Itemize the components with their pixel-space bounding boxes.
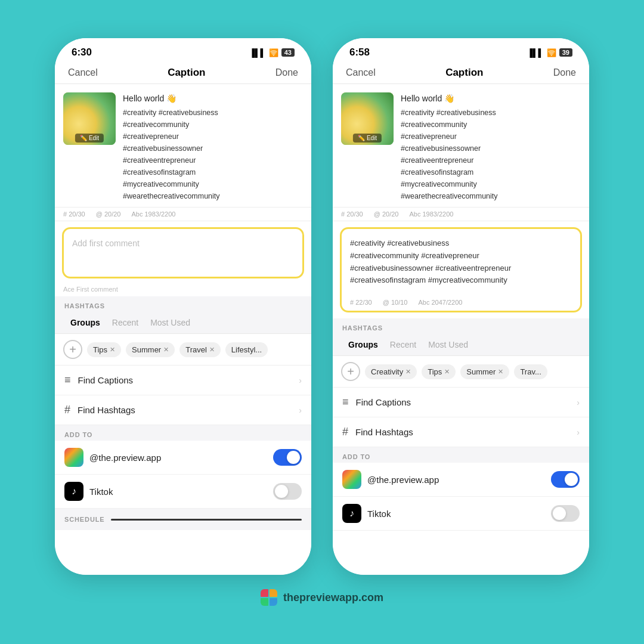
tab-mostused-right[interactable]: Most Used xyxy=(422,338,474,352)
preview-app-name-right: @the.preview.app xyxy=(367,475,439,485)
caption-hashtags-left: #creativity #creativebusiness#creativeco… xyxy=(123,107,303,202)
tiktok-icon-right: ♪ xyxy=(342,504,361,523)
find-captions-label-right: Find Captions xyxy=(356,397,411,407)
hash-count-left: # 20/30 xyxy=(63,210,85,218)
groups-row-left: + Tips ✕ Summer ✕ Travel ✕ Lifestyl... xyxy=(55,334,311,366)
add-to-tiktok-left: ♪ Tiktok xyxy=(55,475,311,509)
tab-recent-right[interactable]: Recent xyxy=(384,338,422,352)
find-captions-item-left[interactable]: ≡ Find Captions › xyxy=(55,366,311,395)
first-comment-input-left[interactable]: Add first comment xyxy=(64,229,302,277)
ace-first-comment-left: Ace First comment xyxy=(55,284,311,296)
caption-title-right: Caption xyxy=(445,67,483,79)
tab-mostused-left[interactable]: Most Used xyxy=(144,315,196,330)
find-hashtags-label-left: Find Hashtags xyxy=(78,405,135,415)
footer-icon xyxy=(261,589,277,606)
abc-count-left: Abc 1983/2200 xyxy=(131,210,175,218)
tab-groups-right[interactable]: Groups xyxy=(342,338,384,352)
wifi-icon-left: 🛜 xyxy=(269,48,278,57)
status-icons-right: ▐▌▌ 🛜 39 xyxy=(527,48,572,57)
hashtags-label-right: HASHTAGS xyxy=(333,318,589,334)
phones-container: 6:30 ▐▌▌ 🛜 43 Cancel Caption Done ✏️Edit xyxy=(55,38,589,575)
done-button-right[interactable]: Done xyxy=(553,67,576,78)
phone-left: 6:30 ▐▌▌ 🛜 43 Cancel Caption Done ✏️Edit xyxy=(55,38,311,575)
group-chip-tips[interactable]: Tips ✕ xyxy=(87,342,121,357)
add-to-label-right: ADD TO xyxy=(333,447,589,463)
hashtag-counter-bar-right: # 22/30 @ 10/10 Abc 2047/2200 xyxy=(342,295,580,311)
add-group-button-right[interactable]: + xyxy=(341,362,360,381)
find-captions-item-right[interactable]: ≡ Find Captions › xyxy=(333,388,589,417)
preview-toggle-right[interactable] xyxy=(551,471,580,488)
nav-bar-right: Cancel Caption Done xyxy=(333,62,589,84)
caption-area-left: ✏️Edit Hello world 👋 #creativity #creati… xyxy=(55,84,311,208)
status-time-left: 6:30 xyxy=(72,47,92,58)
thumbnail-right: ✏️Edit xyxy=(341,92,394,145)
done-button-left[interactable]: Done xyxy=(275,67,298,78)
thumbnail-left: ✏️Edit xyxy=(63,92,116,145)
status-time-right: 6:58 xyxy=(349,47,370,58)
tiktok-toggle-right[interactable] xyxy=(551,505,580,522)
schedule-row-left: SCHEDULE xyxy=(55,509,311,530)
caption-content-left[interactable]: Hello world 👋 #creativity #creativebusin… xyxy=(123,92,303,202)
tabs-row-right: Groups Recent Most Used xyxy=(333,334,589,356)
highlight-box-right: #creativity #creativebusiness #creativec… xyxy=(340,227,582,312)
caption-title-text-right: Hello world 👋 xyxy=(401,92,581,105)
find-hashtags-item-left[interactable]: # Find Hashtags › xyxy=(55,395,311,425)
cancel-button-right[interactable]: Cancel xyxy=(346,67,376,78)
caption-hashtags-right: #creativity #creativebusiness#creativeco… xyxy=(401,107,581,202)
find-hashtags-item-right[interactable]: # Find Hashtags › xyxy=(333,417,589,447)
groups-row-right: + Creativity ✕ Tips ✕ Summer ✕ Trav... xyxy=(333,356,589,388)
chevron-captions-left: › xyxy=(299,376,302,385)
tiktok-label-right: Tiktok xyxy=(367,509,391,519)
add-to-tiktok-right: ♪ Tiktok xyxy=(333,497,589,531)
status-icons-left: ▐▌▌ 🛜 43 xyxy=(249,48,295,57)
caption-area-right: ✏️Edit Hello world 👋 #creativity #creati… xyxy=(333,84,589,208)
hashtag-icon-right: # xyxy=(342,426,348,438)
wifi-icon-right: 🛜 xyxy=(547,48,556,57)
edit-label-right[interactable]: ✏️Edit xyxy=(353,134,382,143)
find-hashtags-label-right: Find Hashtags xyxy=(355,427,413,437)
footer-text: thepreviewapp.com xyxy=(283,592,383,604)
cancel-button-left[interactable]: Cancel xyxy=(68,67,98,78)
first-comment-placeholder: Add first comment xyxy=(72,239,140,248)
caption-title-left: Caption xyxy=(168,67,205,79)
at-count-left: @ 20/20 xyxy=(96,210,121,218)
counter-bar-left: # 20/30 @ 20/20 Abc 1983/2200 xyxy=(55,208,311,221)
abc-count-right: Abc 1983/2200 xyxy=(409,210,453,218)
chevron-hashtags-right: › xyxy=(577,428,580,437)
preview-app-name-left: @the.preview.app xyxy=(89,453,161,463)
highlight-box-left: Add first comment xyxy=(62,227,304,278)
signal-icon-right: ▐▌▌ xyxy=(527,48,544,57)
edit-label-left[interactable]: ✏️Edit xyxy=(75,134,104,143)
schedule-line-left xyxy=(111,519,302,521)
group-chip-lifestyle[interactable]: Lifestyl... xyxy=(225,342,268,357)
preview-toggle-left[interactable] xyxy=(273,449,302,466)
caption-content-right[interactable]: Hello world 👋 #creativity #creativebusin… xyxy=(401,92,581,202)
hashtag-icon-left: # xyxy=(64,404,70,416)
tab-groups-left[interactable]: Groups xyxy=(64,315,106,330)
schedule-label-left: SCHEDULE xyxy=(64,516,105,523)
battery-badge-left: 43 xyxy=(281,48,295,57)
battery-badge-right: 39 xyxy=(559,48,572,57)
hashtag-content-right[interactable]: #creativity #creativebusiness #creativec… xyxy=(342,229,580,295)
group-chip-creativity[interactable]: Creativity ✕ xyxy=(365,364,417,379)
add-group-button-left[interactable]: + xyxy=(63,340,82,359)
counter-bar-right: # 20/30 @ 20/20 Abc 1983/2200 xyxy=(333,208,589,221)
tiktok-icon-left: ♪ xyxy=(64,482,83,501)
group-chip-trav[interactable]: Trav... xyxy=(514,364,547,379)
group-chip-summer-right[interactable]: Summer ✕ xyxy=(460,364,509,379)
captions-icon-right: ≡ xyxy=(342,396,349,408)
captions-icon-left: ≡ xyxy=(64,374,71,386)
footer: thepreviewapp.com xyxy=(261,589,383,606)
tiktok-label-left: Tiktok xyxy=(89,487,113,497)
nav-bar-left: Cancel Caption Done xyxy=(55,62,311,84)
group-chip-summer[interactable]: Summer ✕ xyxy=(126,342,175,357)
tiktok-toggle-left[interactable] xyxy=(273,483,302,500)
tab-recent-left[interactable]: Recent xyxy=(106,315,144,330)
chevron-hashtags-left: › xyxy=(299,405,302,415)
preview-app-icon-right xyxy=(342,470,361,489)
abc-count-hl-right: Abc 2047/2200 xyxy=(418,299,462,306)
group-chip-tips-right[interactable]: Tips ✕ xyxy=(422,364,456,379)
group-chip-travel[interactable]: Travel ✕ xyxy=(179,342,221,357)
preview-app-icon-left xyxy=(64,448,83,467)
hash-count-hl-right: # 22/30 xyxy=(350,299,372,306)
